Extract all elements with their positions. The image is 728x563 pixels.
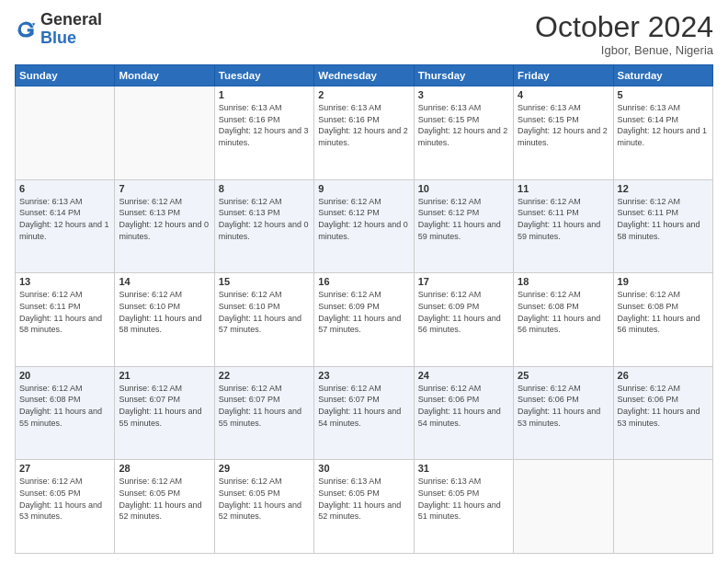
header: General Blue October 2024 Igbor, Benue, … xyxy=(15,11,713,57)
calendar-cell: 30Sunrise: 6:13 AMSunset: 6:05 PMDayligh… xyxy=(314,460,414,554)
cell-info: Sunrise: 6:13 AMSunset: 6:15 PMDaylight:… xyxy=(418,102,509,148)
weekday-header-saturday: Saturday xyxy=(613,65,712,86)
day-number: 12 xyxy=(618,183,709,194)
calendar-cell: 20Sunrise: 6:12 AMSunset: 6:08 PMDayligh… xyxy=(16,366,115,460)
day-number: 4 xyxy=(518,89,609,100)
weekday-header-friday: Friday xyxy=(514,65,613,86)
cell-info: Sunrise: 6:12 AMSunset: 6:07 PMDaylight:… xyxy=(318,383,409,429)
cell-info: Sunrise: 6:12 AMSunset: 6:07 PMDaylight:… xyxy=(219,383,310,429)
cell-info: Sunrise: 6:13 AMSunset: 6:16 PMDaylight:… xyxy=(219,102,310,148)
calendar-cell xyxy=(613,460,712,554)
calendar-week-row: 6Sunrise: 6:13 AMSunset: 6:14 PMDaylight… xyxy=(16,179,713,273)
cell-info: Sunrise: 6:13 AMSunset: 6:16 PMDaylight:… xyxy=(318,102,409,148)
calendar-cell: 21Sunrise: 6:12 AMSunset: 6:07 PMDayligh… xyxy=(115,366,214,460)
calendar-table: SundayMondayTuesdayWednesdayThursdayFrid… xyxy=(15,64,713,554)
location-subtitle: Igbor, Benue, Nigeria xyxy=(535,43,713,57)
day-number: 5 xyxy=(618,89,709,100)
day-number: 13 xyxy=(19,276,110,287)
cell-info: Sunrise: 6:12 AMSunset: 6:05 PMDaylight:… xyxy=(19,476,110,522)
weekday-header-wednesday: Wednesday xyxy=(314,65,414,86)
weekday-header-thursday: Thursday xyxy=(414,65,513,86)
calendar-cell: 6Sunrise: 6:13 AMSunset: 6:14 PMDaylight… xyxy=(16,179,115,273)
calendar-cell: 11Sunrise: 6:12 AMSunset: 6:11 PMDayligh… xyxy=(514,179,613,273)
day-number: 11 xyxy=(518,183,609,194)
calendar-cell: 1Sunrise: 6:13 AMSunset: 6:16 PMDaylight… xyxy=(214,86,313,180)
day-number: 24 xyxy=(418,370,509,381)
calendar-cell xyxy=(115,86,214,180)
calendar-cell: 18Sunrise: 6:12 AMSunset: 6:08 PMDayligh… xyxy=(514,273,613,367)
calendar-cell: 19Sunrise: 6:12 AMSunset: 6:08 PMDayligh… xyxy=(613,273,712,367)
calendar-cell: 9Sunrise: 6:12 AMSunset: 6:12 PMDaylight… xyxy=(314,179,414,273)
day-number: 10 xyxy=(418,183,509,194)
day-number: 6 xyxy=(19,183,110,194)
calendar-cell: 13Sunrise: 6:12 AMSunset: 6:11 PMDayligh… xyxy=(16,273,115,367)
day-number: 15 xyxy=(219,276,310,287)
calendar-cell: 16Sunrise: 6:12 AMSunset: 6:09 PMDayligh… xyxy=(314,273,414,367)
weekday-header-monday: Monday xyxy=(115,65,214,86)
calendar-cell: 26Sunrise: 6:12 AMSunset: 6:06 PMDayligh… xyxy=(613,366,712,460)
cell-info: Sunrise: 6:12 AMSunset: 6:08 PMDaylight:… xyxy=(618,289,709,335)
day-number: 31 xyxy=(418,463,509,474)
calendar-cell xyxy=(514,460,613,554)
day-number: 3 xyxy=(418,89,509,100)
day-number: 7 xyxy=(119,183,210,194)
cell-info: Sunrise: 6:12 AMSunset: 6:12 PMDaylight:… xyxy=(318,196,409,242)
cell-info: Sunrise: 6:13 AMSunset: 6:15 PMDaylight:… xyxy=(518,102,609,148)
day-number: 27 xyxy=(19,463,110,474)
calendar-cell: 24Sunrise: 6:12 AMSunset: 6:06 PMDayligh… xyxy=(414,366,513,460)
calendar-cell: 25Sunrise: 6:12 AMSunset: 6:06 PMDayligh… xyxy=(514,366,613,460)
calendar-cell: 28Sunrise: 6:12 AMSunset: 6:05 PMDayligh… xyxy=(115,460,214,554)
cell-info: Sunrise: 6:12 AMSunset: 6:08 PMDaylight:… xyxy=(19,383,110,429)
cell-info: Sunrise: 6:12 AMSunset: 6:05 PMDaylight:… xyxy=(119,476,210,522)
day-number: 18 xyxy=(518,276,609,287)
cell-info: Sunrise: 6:12 AMSunset: 6:05 PMDaylight:… xyxy=(219,476,310,522)
weekday-header-row: SundayMondayTuesdayWednesdayThursdayFrid… xyxy=(16,65,713,86)
cell-info: Sunrise: 6:12 AMSunset: 6:06 PMDaylight:… xyxy=(618,383,709,429)
cell-info: Sunrise: 6:12 AMSunset: 6:09 PMDaylight:… xyxy=(318,289,409,335)
cell-info: Sunrise: 6:12 AMSunset: 6:10 PMDaylight:… xyxy=(119,289,210,335)
weekday-header-sunday: Sunday xyxy=(16,65,115,86)
calendar-cell: 22Sunrise: 6:12 AMSunset: 6:07 PMDayligh… xyxy=(214,366,313,460)
calendar-cell: 29Sunrise: 6:12 AMSunset: 6:05 PMDayligh… xyxy=(214,460,313,554)
day-number: 22 xyxy=(219,370,310,381)
cell-info: Sunrise: 6:12 AMSunset: 6:13 PMDaylight:… xyxy=(119,196,210,242)
calendar-week-row: 1Sunrise: 6:13 AMSunset: 6:16 PMDaylight… xyxy=(16,86,713,180)
calendar-cell: 5Sunrise: 6:13 AMSunset: 6:14 PMDaylight… xyxy=(613,86,712,180)
day-number: 28 xyxy=(119,463,210,474)
cell-info: Sunrise: 6:12 AMSunset: 6:11 PMDaylight:… xyxy=(518,196,609,242)
calendar-cell: 12Sunrise: 6:12 AMSunset: 6:11 PMDayligh… xyxy=(613,179,712,273)
logo-icon xyxy=(15,18,37,40)
day-number: 26 xyxy=(618,370,709,381)
weekday-header-tuesday: Tuesday xyxy=(214,65,313,86)
cell-info: Sunrise: 6:13 AMSunset: 6:05 PMDaylight:… xyxy=(318,476,409,522)
cell-info: Sunrise: 6:12 AMSunset: 6:09 PMDaylight:… xyxy=(418,289,509,335)
day-number: 17 xyxy=(418,276,509,287)
calendar-cell: 15Sunrise: 6:12 AMSunset: 6:10 PMDayligh… xyxy=(214,273,313,367)
day-number: 14 xyxy=(119,276,210,287)
day-number: 20 xyxy=(19,370,110,381)
cell-info: Sunrise: 6:13 AMSunset: 6:05 PMDaylight:… xyxy=(418,476,509,522)
cell-info: Sunrise: 6:12 AMSunset: 6:11 PMDaylight:… xyxy=(19,289,110,335)
day-number: 25 xyxy=(518,370,609,381)
title-block: October 2024 Igbor, Benue, Nigeria xyxy=(535,11,713,57)
calendar-cell: 4Sunrise: 6:13 AMSunset: 6:15 PMDaylight… xyxy=(514,86,613,180)
calendar-cell: 7Sunrise: 6:12 AMSunset: 6:13 PMDaylight… xyxy=(115,179,214,273)
cell-info: Sunrise: 6:13 AMSunset: 6:14 PMDaylight:… xyxy=(618,102,709,148)
calendar-cell: 17Sunrise: 6:12 AMSunset: 6:09 PMDayligh… xyxy=(414,273,513,367)
cell-info: Sunrise: 6:12 AMSunset: 6:06 PMDaylight:… xyxy=(518,383,609,429)
calendar-cell: 31Sunrise: 6:13 AMSunset: 6:05 PMDayligh… xyxy=(414,460,513,554)
calendar-cell: 2Sunrise: 6:13 AMSunset: 6:16 PMDaylight… xyxy=(314,86,414,180)
cell-info: Sunrise: 6:12 AMSunset: 6:10 PMDaylight:… xyxy=(219,289,310,335)
calendar-cell xyxy=(16,86,115,180)
cell-info: Sunrise: 6:12 AMSunset: 6:06 PMDaylight:… xyxy=(418,383,509,429)
calendar-week-row: 20Sunrise: 6:12 AMSunset: 6:08 PMDayligh… xyxy=(16,366,713,460)
day-number: 8 xyxy=(219,183,310,194)
cell-info: Sunrise: 6:12 AMSunset: 6:11 PMDaylight:… xyxy=(618,196,709,242)
day-number: 23 xyxy=(318,370,409,381)
day-number: 16 xyxy=(318,276,409,287)
day-number: 9 xyxy=(318,183,409,194)
calendar-week-row: 13Sunrise: 6:12 AMSunset: 6:11 PMDayligh… xyxy=(16,273,713,367)
page: General Blue October 2024 Igbor, Benue, … xyxy=(0,0,728,563)
calendar-cell: 3Sunrise: 6:13 AMSunset: 6:15 PMDaylight… xyxy=(414,86,513,180)
month-title: October 2024 xyxy=(535,11,713,43)
